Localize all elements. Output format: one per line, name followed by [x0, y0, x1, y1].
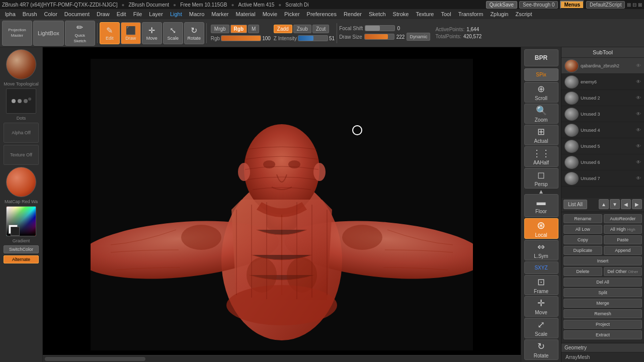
local-button[interactable]: ⊛ Local [524, 218, 558, 239]
list-all-button[interactable]: List All [564, 200, 587, 209]
color-picker[interactable] [6, 206, 36, 236]
viewport-content[interactable] [43, 47, 521, 362]
menu-alpha[interactable]: lpha [2, 10, 19, 18]
all-low-button[interactable]: All Low [564, 225, 602, 234]
menu-transform[interactable]: Transform [455, 10, 487, 18]
bpr-button[interactable]: BPR [524, 49, 558, 66]
draw-size-slider[interactable] [364, 34, 394, 40]
move-down-button[interactable]: ▼ [610, 199, 620, 209]
menu-edit[interactable]: Edit [114, 10, 129, 18]
texture-off-button[interactable]: Texture Off [4, 145, 39, 165]
visibility-icon-u2[interactable]: 👁 [636, 95, 641, 101]
all-high-button[interactable]: All High High [604, 225, 642, 234]
alpha-off-button[interactable]: Alpha Off [4, 123, 39, 143]
geometry-header[interactable]: Geometry [561, 343, 644, 352]
zoom-button[interactable]: 🔍 Zoom [524, 104, 558, 124]
projection-master-button[interactable]: Projection Master [2, 21, 32, 46]
mrgb-button[interactable]: Mrgb [211, 25, 229, 33]
alternate-button[interactable]: Alternate [4, 255, 39, 263]
menu-zplugin[interactable]: Zplugin [487, 10, 511, 18]
menu-preferences[interactable]: Preferences [304, 10, 340, 18]
visibility-icon-u5[interactable]: 👁 [636, 143, 641, 149]
visibility-icon-1[interactable]: 👁 [636, 63, 641, 68]
menu-brush[interactable]: Brush [20, 10, 40, 18]
floor-up-arrow[interactable]: ▲ [539, 190, 543, 194]
menu-macro[interactable]: Macro [186, 10, 208, 18]
subtool-item-unused3[interactable]: Unused 3 👁 [561, 106, 644, 122]
viewport[interactable] [43, 47, 521, 362]
move-right-button[interactable]: ▶ [632, 199, 642, 209]
menu-movie[interactable]: Movie [260, 10, 280, 18]
menu-zscript[interactable]: Zscript [512, 10, 535, 18]
switch-color-button[interactable]: SwitchColor [4, 245, 39, 253]
viewport-scrollbar[interactable] [43, 355, 521, 362]
floor-button[interactable]: ▬ Floor [524, 194, 558, 217]
z-intensity-slider[interactable] [298, 35, 328, 41]
matcap-preview[interactable] [6, 167, 36, 197]
menu-light[interactable]: Light [167, 10, 185, 18]
subtool-item-unused4[interactable]: Unused 4 👁 [561, 122, 644, 138]
subtool-item-unused6[interactable]: Unused 6 👁 [561, 154, 644, 170]
spix-button[interactable]: SPix [524, 68, 558, 81]
subtool-item-unused2[interactable]: Unused 2 👁 [561, 90, 644, 106]
insert-button[interactable]: Insert [564, 256, 642, 265]
scale-nav-button[interactable]: ⤢ Scale [524, 318, 558, 338]
menu-layer[interactable]: Layer [146, 10, 166, 18]
quicksave-button[interactable]: QuickSave [486, 1, 517, 9]
menu-sketch[interactable]: Sketch [366, 10, 389, 18]
menu-document[interactable]: Document [61, 10, 93, 18]
aahalf-button[interactable]: ⋮⋮ AAHalf [524, 146, 558, 167]
horizontal-scroll[interactable] [45, 357, 145, 361]
visibility-icon-2[interactable]: 👁 [636, 79, 641, 84]
paste-button[interactable]: Paste [604, 235, 642, 244]
zcut-button[interactable]: Zcut [312, 25, 329, 33]
del-other-button[interactable]: Del Other Other [604, 267, 642, 276]
project-button[interactable]: Project [564, 320, 642, 329]
visibility-icon-u3[interactable]: 👁 [636, 111, 641, 117]
persp-button[interactable]: ◻ Persp [524, 168, 558, 189]
visibility-icon-u7[interactable]: 👁 [636, 175, 641, 181]
rgb-button[interactable]: Rgb [230, 25, 247, 33]
subtool-item-1[interactable]: qabardina_zbrush2 👁 [561, 58, 644, 74]
move-left-button[interactable]: ◀ [621, 199, 631, 209]
draw-button[interactable]: ⬛ Draw [121, 22, 141, 44]
auto-reorder-button[interactable]: AutoReorder [604, 214, 642, 223]
menu-render[interactable]: Render [341, 10, 365, 18]
menu-file[interactable]: File [130, 10, 145, 18]
move-nav-button[interactable]: ✛ Move [524, 296, 558, 317]
menu-material[interactable]: Material [233, 10, 259, 18]
scale-tool-button[interactable]: ⤡ Scale [163, 22, 183, 44]
move-up-button[interactable]: ▲ [599, 199, 609, 209]
append-button[interactable]: Append [604, 246, 642, 255]
xyz-button[interactable]: SXYZ [524, 261, 558, 274]
dynamic-button[interactable]: Dynamic [407, 33, 430, 41]
extract-button[interactable]: Extract [564, 330, 642, 339]
del-all-button[interactable]: Del All [564, 278, 642, 287]
subtool-item-2[interactable]: enemy6 👁 [561, 74, 644, 90]
zadd-button[interactable]: Zadd [274, 25, 292, 33]
menu-color[interactable]: Color [41, 10, 60, 18]
menu-marker[interactable]: Marker [208, 10, 231, 18]
focal-shift-slider[interactable] [365, 25, 395, 31]
merge-button[interactable]: Merge [564, 299, 642, 308]
subtool-item-unused7[interactable]: Unused 7 👁 [561, 170, 644, 187]
menu-draw[interactable]: Draw [94, 10, 113, 18]
arraymesh-item[interactable]: ArrayMesh [564, 353, 642, 361]
m-button[interactable]: M [248, 25, 259, 33]
menus-button[interactable]: Menus [560, 1, 584, 9]
delete-button[interactable]: Delete [564, 267, 602, 276]
rotate-tool-button[interactable]: ↻ Rotate [184, 22, 204, 44]
visibility-icon-u6[interactable]: 👁 [636, 159, 641, 165]
rename-button[interactable]: Rename [564, 214, 602, 223]
remesh-button[interactable]: Remesh [564, 309, 642, 318]
brush-stroke-preview[interactable] [6, 88, 36, 114]
edit-button[interactable]: ✎ Edit [100, 22, 120, 44]
menu-texture[interactable]: Texture [413, 10, 437, 18]
rotate-nav-button[interactable]: ↻ Rotate [524, 339, 558, 360]
quick-sketch-button[interactable]: ✏ Quick Sketch [65, 21, 95, 46]
rgb-intensity-slider[interactable] [221, 35, 261, 41]
brush-preview[interactable] [6, 49, 36, 79]
move-tool-button[interactable]: ✛ Move [142, 22, 162, 44]
background-color[interactable] [11, 227, 20, 236]
frame-button[interactable]: ⊡ Frame [524, 275, 558, 296]
